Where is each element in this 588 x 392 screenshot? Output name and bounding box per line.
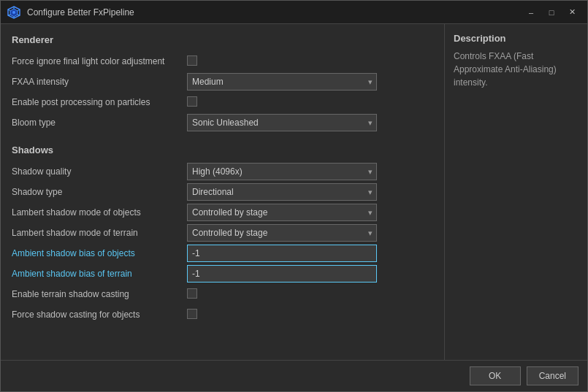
row-shadow-quality: Shadow quality Low (512x) Medium (1024x)…	[12, 161, 433, 182]
control-ambient-bias-objects	[187, 245, 377, 262]
checkbox-post-processing[interactable]	[187, 96, 197, 107]
shadow-type-wrapper: Directional Omnidirectional	[187, 183, 377, 201]
app-icon	[7, 5, 21, 20]
control-ambient-bias-terrain	[187, 265, 377, 283]
control-shadow-type: Directional Omnidirectional	[187, 183, 377, 201]
shadow-type-dropdown[interactable]: Directional Omnidirectional	[187, 183, 377, 201]
label-terrain-shadow-casting: Enable terrain shadow casting	[12, 289, 187, 299]
description-title: Description	[454, 33, 579, 44]
row-terrain-shadow-casting: Enable terrain shadow casting	[12, 284, 433, 304]
row-lambert-objects: Lambert shadow mode of objects Controlle…	[12, 202, 433, 223]
label-lambert-objects: Lambert shadow mode of objects	[12, 207, 187, 218]
row-post-processing: Enable post processing on particles	[12, 92, 433, 112]
ok-button[interactable]: OK	[470, 366, 521, 385]
renderer-header: Renderer	[12, 34, 433, 45]
window-controls: – □ ✕	[522, 5, 581, 20]
shadows-section: Shadows Shadow quality Low (512x) Medium…	[12, 145, 433, 325]
minimize-button[interactable]: –	[522, 5, 541, 20]
label-fxaa: FXAA intensity	[12, 77, 187, 87]
label-ambient-bias-terrain: Ambient shadow bias of terrain	[12, 269, 187, 279]
label-bloom-type: Bloom type	[12, 118, 187, 128]
bloom-dropdown[interactable]: Sonic Unleashed Default	[187, 114, 377, 131]
shadow-quality-dropdown[interactable]: Low (512x) Medium (1024x) High (4096x)	[187, 163, 377, 180]
dialog-footer: OK Cancel	[1, 360, 587, 391]
control-force-ignore	[187, 55, 377, 68]
input-ambient-bias-terrain[interactable]	[187, 265, 377, 283]
control-post-processing	[187, 96, 377, 109]
description-panel: Description Controls FXAA (Fast Approxim…	[445, 24, 587, 360]
label-ambient-bias-objects: Ambient shadow bias of objects	[12, 248, 187, 258]
row-bloom-type: Bloom type Sonic Unleashed Default	[12, 112, 433, 133]
control-bloom-type: Sonic Unleashed Default	[187, 114, 377, 131]
row-lambert-terrain: Lambert shadow mode of terrain Controlle…	[12, 223, 433, 243]
control-force-shadow-casting	[187, 309, 377, 321]
row-fxaa: FXAA intensity Low Medium High	[12, 72, 433, 92]
configure-dialog: Configure Better FxPipeline – □ ✕ Render…	[0, 0, 588, 392]
lambert-objects-wrapper: Controlled by stage Controlled stage On …	[187, 204, 377, 221]
renderer-section: Renderer Force ignore final light color …	[12, 34, 433, 133]
description-text: Controls FXAA (Fast Approximate Anti-Ali…	[454, 50, 579, 89]
control-lambert-terrain: Controlled by stage Controlled stage On …	[187, 224, 377, 242]
cancel-button[interactable]: Cancel	[527, 366, 579, 385]
row-ambient-bias-terrain: Ambient shadow bias of terrain	[12, 264, 433, 284]
label-post-processing: Enable post processing on particles	[12, 97, 187, 107]
label-force-ignore: Force ignore final light color adjustmen…	[12, 56, 187, 66]
label-force-shadow-casting: Force shadow casting for objects	[12, 310, 187, 320]
row-force-ignore: Force ignore final light color adjustmen…	[12, 51, 433, 72]
row-shadow-type: Shadow type Directional Omnidirectional	[12, 182, 433, 202]
fxaa-dropdown[interactable]: Low Medium High	[187, 73, 377, 91]
checkbox-terrain-shadow-casting[interactable]	[187, 288, 197, 299]
control-fxaa: Low Medium High	[187, 73, 377, 91]
close-button[interactable]: ✕	[562, 5, 581, 20]
fxaa-select-wrapper: Low Medium High	[187, 73, 377, 91]
maximize-button[interactable]: □	[542, 5, 561, 20]
label-shadow-type: Shadow type	[12, 187, 187, 197]
scroll-area[interactable]: Renderer Force ignore final light color …	[1, 24, 444, 360]
control-shadow-quality: Low (512x) Medium (1024x) High (4096x)	[187, 163, 377, 180]
label-shadow-quality: Shadow quality	[12, 166, 187, 177]
row-ambient-bias-objects: Ambient shadow bias of objects	[12, 243, 433, 264]
lambert-terrain-dropdown[interactable]: Controlled by stage Controlled stage On …	[187, 224, 377, 242]
shadows-header: Shadows	[12, 145, 433, 155]
bloom-select-wrapper: Sonic Unleashed Default	[187, 114, 377, 131]
checkbox-force-shadow-casting[interactable]	[187, 309, 197, 319]
input-ambient-bias-objects[interactable]	[187, 245, 377, 262]
dialog-body: Renderer Force ignore final light color …	[1, 24, 587, 360]
checkbox-force-ignore[interactable]	[187, 55, 197, 66]
lambert-terrain-wrapper: Controlled by stage Controlled stage On …	[187, 224, 377, 242]
control-lambert-objects: Controlled by stage Controlled stage On …	[187, 204, 377, 221]
control-terrain-shadow-casting	[187, 288, 377, 301]
dialog-title: Configure Better FxPipeline	[27, 7, 522, 18]
main-panel: Renderer Force ignore final light color …	[1, 24, 445, 360]
shadow-quality-wrapper: Low (512x) Medium (1024x) High (4096x)	[187, 163, 377, 180]
row-force-shadow-casting: Force shadow casting for objects	[12, 304, 433, 325]
lambert-objects-dropdown[interactable]: Controlled by stage Controlled stage On …	[187, 204, 377, 221]
title-bar: Configure Better FxPipeline – □ ✕	[1, 1, 587, 24]
svg-point-2	[12, 11, 15, 14]
label-lambert-terrain: Lambert shadow mode of terrain	[12, 228, 187, 238]
